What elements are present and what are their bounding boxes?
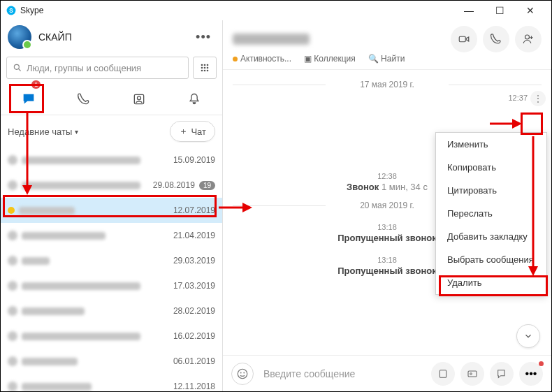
svg-point-19	[243, 372, 245, 373]
chat-item[interactable]: 16.02.2019	[1, 324, 222, 349]
svg-point-6	[207, 64, 209, 66]
search-icon	[13, 63, 22, 73]
svg-rect-15	[459, 36, 465, 42]
svg-point-11	[204, 70, 206, 72]
minimize-button[interactable]: —	[453, 1, 484, 20]
compose-bar: Введите сообщение •••	[223, 355, 551, 391]
dialpad-icon	[199, 62, 210, 73]
svg-point-22	[470, 372, 472, 375]
profile-name: СКАЙП	[38, 31, 72, 43]
chevron-down-icon: ▾	[75, 128, 78, 136]
svg-point-5	[204, 64, 206, 66]
menu-forward[interactable]: Переслать	[436, 202, 546, 225]
menu-quote[interactable]: Цитировать	[436, 179, 546, 202]
activity-status: Активность...	[233, 54, 291, 64]
conversation-title	[233, 34, 310, 45]
find-link[interactable]: 🔍 Найти	[368, 54, 405, 64]
svg-point-2	[14, 64, 19, 69]
scroll-down-button[interactable]	[516, 324, 540, 348]
date-separator: 17 мая 2019 г.	[233, 80, 542, 89]
message-time: 12:37	[233, 94, 542, 102]
status-dot-icon	[233, 57, 238, 61]
window-title: Skype	[20, 6, 43, 15]
emoji-button[interactable]	[231, 363, 254, 385]
attach-file-button[interactable]	[431, 362, 455, 386]
phone-icon	[77, 92, 91, 106]
chat-item-selected[interactable]: 12.07.2019	[1, 198, 222, 223]
message-menu-button[interactable]: ⋮	[530, 91, 546, 106]
menu-delete[interactable]: Удалить	[436, 271, 546, 294]
chat-item[interactable]: 12.11.2018	[1, 374, 222, 391]
svg-point-4	[201, 64, 203, 66]
menu-copy[interactable]: Копировать	[436, 156, 546, 179]
skype-logo-icon: S	[6, 6, 16, 15]
tab-calls[interactable]	[56, 83, 111, 115]
contacts-icon	[132, 92, 146, 106]
avatar[interactable]	[8, 25, 31, 49]
svg-line-3	[19, 69, 21, 71]
bell-icon	[187, 92, 201, 106]
message-input[interactable]: Введите сообщение	[259, 368, 426, 379]
menu-select[interactable]: Выбрать сообщения	[436, 248, 546, 271]
svg-point-10	[201, 70, 203, 72]
collection-link[interactable]: ▣ Коллекция	[304, 54, 356, 64]
phone-icon	[490, 33, 502, 45]
svg-point-17	[238, 369, 247, 379]
chat-icon	[21, 92, 36, 107]
search-input[interactable]: Люди, группы и сообщения	[6, 57, 189, 79]
add-participant-button[interactable]	[515, 26, 542, 52]
new-chat-button[interactable]: ＋ Чат	[170, 121, 215, 142]
close-button[interactable]: ✕	[515, 1, 546, 20]
svg-rect-21	[468, 371, 477, 377]
chat-item[interactable]: 15.09.2019	[1, 147, 222, 173]
chats-badge: 1	[31, 80, 41, 89]
contact-card-button[interactable]	[460, 362, 484, 386]
add-user-icon	[522, 33, 535, 45]
profile-row[interactable]: СКАЙП •••	[1, 20, 222, 54]
menu-edit[interactable]: Изменить	[436, 133, 546, 156]
chat-item[interactable]: 29.03.2019	[1, 248, 222, 273]
svg-point-18	[240, 372, 242, 373]
tab-contacts[interactable]	[112, 83, 167, 115]
tab-chats[interactable]: 1	[1, 83, 56, 115]
svg-point-12	[207, 70, 209, 72]
chat-item[interactable]: 17.03.2019	[1, 273, 222, 298]
maximize-button[interactable]: ☐	[484, 1, 515, 20]
titlebar: S Skype — ☐ ✕	[1, 1, 551, 20]
tab-notifications[interactable]	[167, 83, 222, 115]
svg-point-14	[138, 96, 141, 99]
recent-chats-header[interactable]: Недавние чаты▾ ＋ Чат	[1, 115, 222, 147]
nav-tabs: 1	[1, 83, 222, 115]
more-compose-button[interactable]: •••	[519, 362, 543, 386]
dialpad-button[interactable]	[193, 57, 217, 79]
svg-text:S: S	[9, 8, 13, 14]
more-menu-button[interactable]: •••	[191, 30, 215, 45]
chat-item[interactable]: 21.04.2019	[1, 223, 222, 248]
svg-point-7	[201, 67, 203, 69]
file-icon	[437, 368, 449, 379]
message-context-menu: Изменить Копировать Цитировать Переслать…	[435, 132, 547, 295]
chat-list: 15.09.2019 29.08.201919 12.07.2019 21.04…	[1, 147, 222, 391]
video-icon	[458, 33, 470, 45]
send-icon	[496, 368, 507, 379]
card-icon	[467, 368, 478, 379]
audio-call-button[interactable]	[483, 26, 509, 52]
away-status-icon	[8, 207, 15, 214]
chevron-down-icon	[523, 331, 533, 341]
emoji-icon	[236, 368, 249, 380]
chat-item[interactable]: 29.08.201919	[1, 173, 222, 198]
svg-point-16	[525, 35, 530, 39]
menu-bookmark[interactable]: Добавить закладку	[436, 225, 546, 248]
send-button[interactable]	[490, 362, 514, 386]
svg-point-8	[204, 67, 206, 69]
conversation-pane: Активность... ▣ Коллекция 🔍 Найти 17 мая…	[223, 20, 551, 391]
svg-rect-20	[440, 370, 446, 377]
chat-item[interactable]: 28.02.2019	[1, 298, 222, 324]
svg-point-9	[207, 67, 209, 69]
video-call-button[interactable]	[451, 26, 477, 52]
chat-item[interactable]: 06.01.2019	[1, 349, 222, 374]
sidebar: СКАЙП ••• Люди, группы и сообщения 1	[1, 20, 223, 391]
